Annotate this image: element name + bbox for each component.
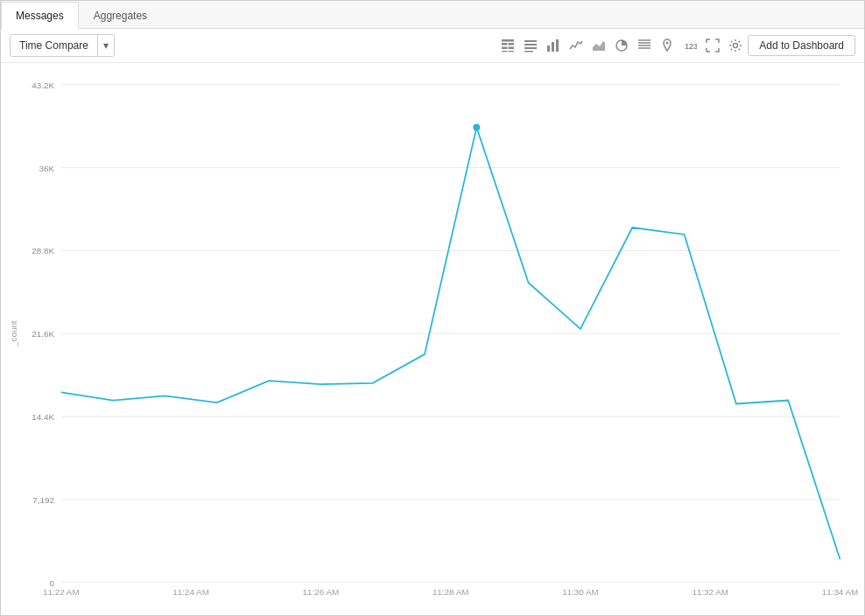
line-chart: 43.2K36K28.8K21.6K14.4K7,1920_count11:22…	[1, 72, 864, 615]
svg-text:_count: _count	[9, 320, 18, 347]
svg-rect-13	[556, 39, 559, 52]
time-compare-button[interactable]: Time Compare ▾	[10, 34, 115, 57]
numeric-icon[interactable]: 123	[681, 37, 699, 54]
expand-icon[interactable]	[704, 37, 721, 54]
svg-rect-9	[524, 47, 537, 49]
svg-text:123: 123	[685, 42, 697, 51]
add-to-dashboard-button[interactable]: Add to Dashboard	[748, 35, 855, 56]
svg-text:21.6K: 21.6K	[32, 329, 54, 339]
svg-text:7,192: 7,192	[32, 495, 54, 505]
svg-text:11:24 AM: 11:24 AM	[172, 587, 209, 597]
map-pin-icon[interactable]	[658, 37, 676, 54]
svg-marker-14	[593, 41, 605, 51]
pie-chart-icon[interactable]	[613, 37, 630, 54]
chevron-down-icon: ▾	[97, 35, 114, 56]
list-icon[interactable]	[522, 37, 539, 54]
svg-rect-6	[509, 51, 515, 52]
area-chart-icon[interactable]	[590, 37, 608, 54]
tab-bar: Messages Aggregates	[1, 1, 864, 29]
multi-line-icon[interactable]	[636, 37, 653, 54]
svg-point-22	[734, 44, 738, 48]
svg-rect-11	[547, 46, 550, 52]
svg-text:11:22 AM: 11:22 AM	[43, 587, 80, 597]
svg-point-20	[666, 42, 669, 45]
svg-rect-12	[552, 42, 554, 52]
svg-text:43.2K: 43.2K	[32, 80, 54, 90]
svg-text:11:26 AM: 11:26 AM	[303, 587, 340, 597]
svg-text:11:30 AM: 11:30 AM	[562, 587, 599, 597]
svg-text:11:28 AM: 11:28 AM	[432, 587, 469, 597]
tab-messages[interactable]: Messages	[1, 2, 79, 29]
svg-point-45	[473, 124, 480, 131]
svg-text:36K: 36K	[39, 164, 54, 173]
chart-area: 43.2K36K28.8K21.6K14.4K7,1920_count11:22…	[1, 63, 864, 615]
svg-text:14.4K: 14.4K	[32, 412, 54, 422]
svg-rect-3	[502, 47, 508, 50]
svg-text:11:32 AM: 11:32 AM	[692, 587, 728, 597]
svg-rect-0	[502, 39, 514, 42]
time-compare-label: Time Compare	[11, 39, 97, 52]
tab-aggregates[interactable]: Aggregates	[79, 2, 162, 29]
svg-text:0: 0	[49, 578, 54, 588]
svg-rect-4	[509, 47, 515, 50]
svg-rect-2	[509, 43, 515, 46]
svg-text:28.8K: 28.8K	[32, 246, 54, 256]
line-chart-icon[interactable]	[567, 37, 585, 54]
svg-rect-5	[502, 51, 508, 52]
toolbar-icons: 123	[499, 37, 744, 54]
toolbar: Time Compare ▾	[1, 29, 864, 63]
svg-rect-7	[524, 40, 537, 42]
app-container: Messages Aggregates Time Compare ▾	[0, 0, 865, 616]
svg-rect-8	[524, 44, 537, 46]
svg-rect-1	[502, 43, 508, 46]
svg-rect-10	[524, 51, 533, 52]
svg-text:11:34 AM: 11:34 AM	[822, 587, 859, 597]
settings-icon[interactable]	[727, 37, 744, 54]
table-icon[interactable]	[499, 37, 517, 54]
bar-chart-icon[interactable]	[545, 37, 562, 54]
